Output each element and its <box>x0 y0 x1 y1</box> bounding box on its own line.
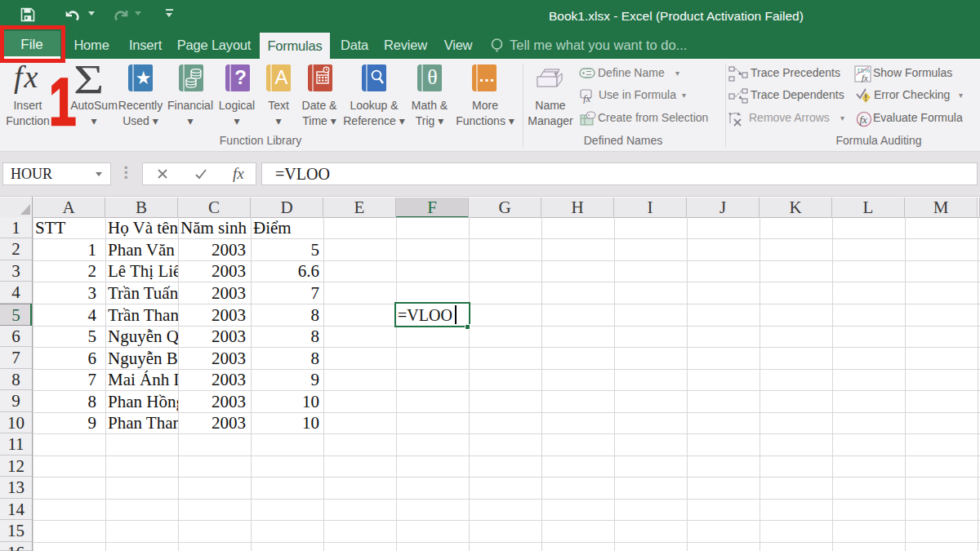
svg-text:fx: fx <box>860 113 868 126</box>
svg-text:fx: fx <box>583 92 591 104</box>
svg-text:fx: fx <box>862 73 868 82</box>
